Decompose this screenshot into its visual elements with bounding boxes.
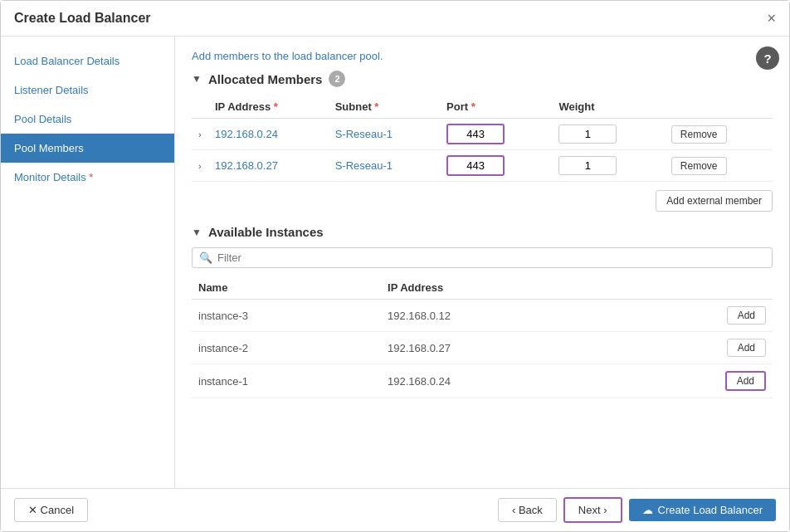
instance-name-2: instance-2 [192,332,381,364]
chevron-down-icon-2: ▼ [192,227,202,238]
allocated-members-badge: 2 [329,71,345,87]
add-instance-button-2[interactable]: Add [727,339,766,357]
member-port-input-1[interactable] [446,124,505,144]
cancel-button[interactable]: ✕ Cancel [14,498,88,522]
col-instance-ip: IP Address [381,276,610,300]
allocated-members-section-title[interactable]: ▼ Allocated Members 2 [192,71,773,87]
member-ip-2: 192.168.0.27 [208,150,329,182]
available-instances-section: ▼ Available Instances 🔍 Name IP Address [192,225,773,398]
footer-right: ‹ Back Next › ☁ Create Load Balancer [498,497,776,523]
filter-bar: 🔍 [192,247,773,268]
sidebar-item-load-balancer-details[interactable]: Load Balancer Details [1,46,174,76]
row-expand-icon-2[interactable]: › [198,161,202,171]
sidebar: Load Balancer Details Listener Details P… [1,37,175,488]
member-weight-input-2[interactable] [558,156,617,175]
member-subnet-2: S-Reseau-1 [329,150,440,182]
close-button[interactable]: × [767,11,776,26]
col-action [665,95,773,119]
add-instance-button-3[interactable]: Add [725,371,766,391]
table-row: › 192.168.0.27 S-Reseau-1 Remove [192,150,773,182]
instances-table: Name IP Address instance-3 192.168.0.12 … [192,276,773,398]
allocated-members-title: Allocated Members [208,72,323,86]
filter-input[interactable] [217,251,765,264]
col-subnet: Subnet * [329,95,440,119]
row-expand-icon-1[interactable]: › [198,129,202,139]
instance-ip-1: 192.168.0.12 [381,300,610,332]
list-item: instance-3 192.168.0.12 Add [192,300,773,332]
sidebar-item-listener-details[interactable]: Listener Details [1,76,174,105]
list-item: instance-2 192.168.0.27 Add [192,332,773,364]
col-add-action [610,276,773,300]
create-load-balancer-modal: Create Load Balancer × Load Balancer Det… [0,0,790,532]
sidebar-item-pool-members[interactable]: Pool Members [1,134,174,163]
content-area: ? Add members to the load balancer pool.… [175,37,789,488]
available-instances-title: Available Instances [208,225,324,239]
remove-button-2[interactable]: Remove [671,157,727,175]
chevron-down-icon: ▼ [192,73,202,85]
cloud-icon: ☁ [642,504,653,516]
modal-footer: ✕ Cancel ‹ Back Next › ☁ Create Load Bal… [1,488,789,531]
list-item: instance-1 192.168.0.24 Add [192,364,773,398]
instance-name-1: instance-3 [192,300,381,332]
instruction-text: Add members to the load balancer pool. [192,50,773,62]
modal-title: Create Load Balancer [14,11,151,26]
member-ip-1: 192.168.0.24 [208,119,329,150]
available-instances-section-title[interactable]: ▼ Available Instances [192,225,773,239]
member-weight-input-1[interactable] [558,124,617,144]
next-button[interactable]: Next › [563,497,622,523]
back-button[interactable]: ‹ Back [498,498,557,522]
allocated-members-table: IP Address * Subnet * Port * Weight › 19… [192,95,773,182]
search-icon: 🔍 [199,251,212,264]
add-instance-button-1[interactable]: Add [727,306,766,325]
modal-body: Load Balancer Details Listener Details P… [1,37,789,488]
add-external-container: Add external member [192,190,773,218]
help-button[interactable]: ? [756,46,779,70]
col-ip-address: IP Address * [208,95,329,119]
col-weight: Weight [552,95,664,119]
instance-ip-2: 192.168.0.27 [381,332,610,364]
remove-button-1[interactable]: Remove [671,125,727,144]
table-row: › 192.168.0.24 S-Reseau-1 Remove [192,119,773,150]
create-load-balancer-button[interactable]: ☁ Create Load Balancer [629,499,776,521]
sidebar-item-monitor-details[interactable]: Monitor Details [1,163,174,192]
col-name: Name [192,276,381,300]
instance-name-3: instance-1 [192,364,381,398]
col-expand [192,95,208,119]
member-port-input-2[interactable] [446,155,505,176]
sidebar-item-pool-details[interactable]: Pool Details [1,105,174,134]
col-port: Port * [440,95,552,119]
member-subnet-1: S-Reseau-1 [329,119,440,150]
add-external-member-button[interactable]: Add external member [656,190,773,212]
modal-header: Create Load Balancer × [1,1,789,37]
instance-ip-3: 192.168.0.24 [381,364,610,398]
